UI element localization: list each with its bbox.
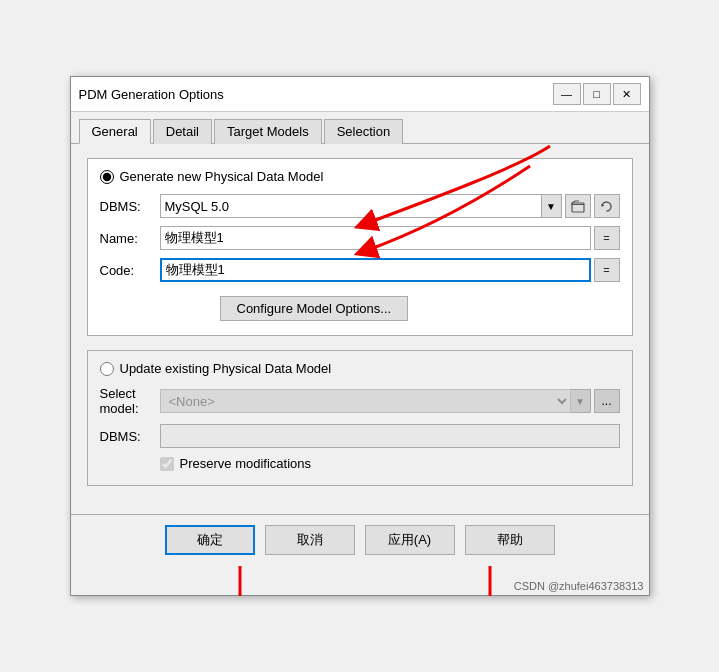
- tab-selection[interactable]: Selection: [324, 119, 403, 144]
- window-controls: — □ ✕: [553, 83, 641, 105]
- main-window: PDM Generation Options — □ ✕ General Det…: [70, 76, 650, 596]
- tab-general[interactable]: General: [79, 119, 151, 144]
- generate-new-group: Generate new Physical Data Model DBMS: M…: [87, 158, 633, 336]
- preserve-label: Preserve modifications: [180, 456, 312, 471]
- code-eq-button[interactable]: =: [594, 258, 620, 282]
- dbms-disabled-row: DBMS:: [100, 424, 620, 448]
- tab-detail[interactable]: Detail: [153, 119, 212, 144]
- code-label: Code:: [100, 263, 160, 278]
- select-model-select: <None>: [160, 389, 571, 413]
- dbms-disabled-label: DBMS:: [100, 429, 160, 444]
- preserve-checkbox: [160, 457, 174, 471]
- ok-button[interactable]: 确定: [165, 525, 255, 555]
- dbms-row: DBMS: MySQL 5.0 ▼: [100, 194, 620, 218]
- update-existing-radio-row: Update existing Physical Data Model: [100, 361, 620, 376]
- title-bar: PDM Generation Options — □ ✕: [71, 77, 649, 112]
- update-existing-group: Update existing Physical Data Model Sele…: [87, 350, 633, 486]
- name-row: Name: =: [100, 226, 620, 250]
- configure-model-options-button[interactable]: Configure Model Options...: [220, 296, 409, 321]
- apply-button[interactable]: 应用(A): [365, 525, 455, 555]
- dbms-dropdown-arrow[interactable]: ▼: [542, 194, 562, 218]
- select-model-row: Select model: <None> ▼ ...: [100, 386, 620, 416]
- code-input[interactable]: [160, 258, 591, 282]
- dbms-folder-button[interactable]: [565, 194, 591, 218]
- footer: 确定 取消 应用(A) 帮助: [71, 514, 649, 565]
- maximize-button[interactable]: □: [583, 83, 611, 105]
- watermark: CSDN @zhufei463738313: [514, 580, 644, 592]
- dbms-select-wrapper: MySQL 5.0 ▼: [160, 194, 562, 218]
- window-title: PDM Generation Options: [79, 87, 224, 102]
- select-model-wrapper: <None> ▼: [160, 389, 591, 413]
- dbms-refresh-button[interactable]: [594, 194, 620, 218]
- generate-new-radio-row: Generate new Physical Data Model: [100, 169, 620, 184]
- dbms-select[interactable]: MySQL 5.0: [160, 194, 542, 218]
- name-input[interactable]: [160, 226, 591, 250]
- close-button[interactable]: ✕: [613, 83, 641, 105]
- code-row: Code: =: [100, 258, 620, 282]
- minimize-button[interactable]: —: [553, 83, 581, 105]
- update-existing-radio[interactable]: [100, 362, 114, 376]
- help-button[interactable]: 帮助: [465, 525, 555, 555]
- update-existing-label: Update existing Physical Data Model: [120, 361, 332, 376]
- select-model-arrow: ▼: [571, 389, 591, 413]
- dbms-disabled-input: [160, 424, 620, 448]
- generate-new-radio[interactable]: [100, 170, 114, 184]
- preserve-row: Preserve modifications: [160, 456, 620, 471]
- tab-bar: General Detail Target Models Selection: [71, 112, 649, 144]
- dbms-label: DBMS:: [100, 199, 160, 214]
- tab-content: Generate new Physical Data Model DBMS: M…: [71, 144, 649, 514]
- generate-new-label: Generate new Physical Data Model: [120, 169, 324, 184]
- cancel-button[interactable]: 取消: [265, 525, 355, 555]
- tab-target-models[interactable]: Target Models: [214, 119, 322, 144]
- select-model-more-button: ...: [594, 389, 620, 413]
- name-label: Name:: [100, 231, 160, 246]
- select-model-label: Select model:: [100, 386, 160, 416]
- name-eq-button[interactable]: =: [594, 226, 620, 250]
